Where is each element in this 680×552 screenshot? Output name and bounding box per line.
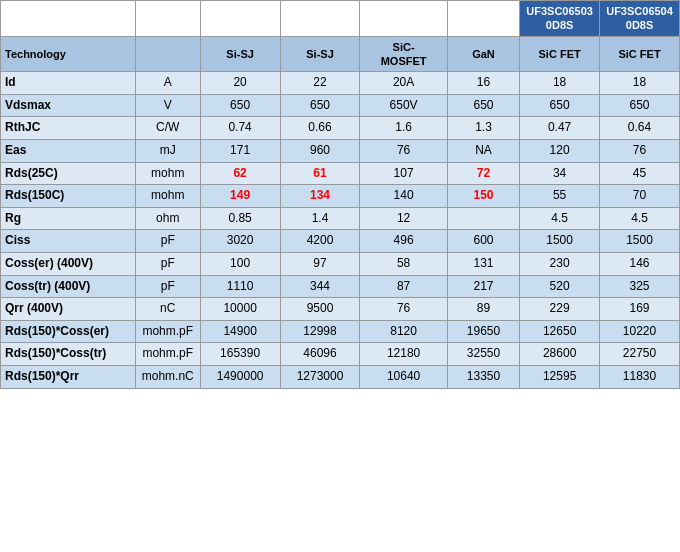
param-label: Ciss	[1, 230, 136, 253]
data-cell: 12180	[360, 343, 447, 366]
table-row: Coss(tr) (400V)pF111034487217520325	[1, 275, 680, 298]
data-cell: 1.6	[360, 117, 447, 140]
unit-label: mohm.nC	[135, 365, 200, 388]
data-cell: 32550	[447, 343, 519, 366]
param-label: Coss(tr) (400V)	[1, 275, 136, 298]
param-label: Vdsmax	[1, 94, 136, 117]
data-cell: 230	[520, 252, 600, 275]
comparison-table: UF3SC065030D8S UF3SC065040D8S Technology…	[0, 0, 680, 389]
data-cell: 45	[600, 162, 680, 185]
data-cell: 600	[447, 230, 519, 253]
data-cell: 120	[520, 139, 600, 162]
header-empty-3	[280, 1, 360, 37]
unit-label: C/W	[135, 117, 200, 140]
table-row: Rds(150C)mohm1491341401505570	[1, 185, 680, 208]
data-cell: 12650	[520, 320, 600, 343]
data-cell: 10640	[360, 365, 447, 388]
header-empty-5	[447, 1, 519, 37]
data-cell: 1490000	[200, 365, 280, 388]
data-cell: 12595	[520, 365, 600, 388]
param-label: Rds(150)*Coss(er)	[1, 320, 136, 343]
data-cell: 97	[280, 252, 360, 275]
table-row: RthJCC/W0.740.661.61.30.470.64	[1, 117, 680, 140]
table-row: IdA202220A161818	[1, 72, 680, 95]
data-cell: 140	[360, 185, 447, 208]
data-cell: 62	[200, 162, 280, 185]
data-cell: 1273000	[280, 365, 360, 388]
data-cell: 650	[600, 94, 680, 117]
data-cell: 13350	[447, 365, 519, 388]
header-empty-2	[200, 1, 280, 37]
param-label: Qrr (400V)	[1, 298, 136, 321]
data-cell: 4200	[280, 230, 360, 253]
data-cell: 4.5	[600, 207, 680, 230]
param-label: Rds(150)*Qrr	[1, 365, 136, 388]
param-label: Rds(150)*Coss(tr)	[1, 343, 136, 366]
header-sic-fet-1: SiC FET	[520, 36, 600, 72]
data-cell: 0.85	[200, 207, 280, 230]
data-cell: 8120	[360, 320, 447, 343]
data-cell: 20	[200, 72, 280, 95]
data-cell: 344	[280, 275, 360, 298]
data-cell: 520	[520, 275, 600, 298]
data-cell: 22750	[600, 343, 680, 366]
param-label: Coss(er) (400V)	[1, 252, 136, 275]
data-cell: 61	[280, 162, 360, 185]
data-cell: 169	[600, 298, 680, 321]
data-cell: 11830	[600, 365, 680, 388]
param-label: Rds(150C)	[1, 185, 136, 208]
header-sic-fet-2: SiC FET	[600, 36, 680, 72]
data-cell: 1110	[200, 275, 280, 298]
unit-label: pF	[135, 230, 200, 253]
unit-label: A	[135, 72, 200, 95]
header-empty-4	[360, 1, 447, 37]
unit-label: nC	[135, 298, 200, 321]
data-cell: 100	[200, 252, 280, 275]
unit-label: mohm	[135, 185, 200, 208]
data-cell: 34	[520, 162, 600, 185]
data-cell: 1.3	[447, 117, 519, 140]
data-cell: 134	[280, 185, 360, 208]
table-row: VdsmaxV650650650V650650650	[1, 94, 680, 117]
data-cell: 165390	[200, 343, 280, 366]
unit-label: mJ	[135, 139, 200, 162]
table-row: Qrr (400V)nC1000095007689229169	[1, 298, 680, 321]
data-cell: 650	[520, 94, 600, 117]
header-gan: GaN	[447, 36, 519, 72]
data-cell: 3020	[200, 230, 280, 253]
data-cell: 650	[280, 94, 360, 117]
data-cell: 14900	[200, 320, 280, 343]
data-cell: 46096	[280, 343, 360, 366]
data-cell: 89	[447, 298, 519, 321]
data-cell: 58	[360, 252, 447, 275]
header-uf3sc065040d8s: UF3SC065040D8S	[600, 1, 680, 37]
data-cell: 12	[360, 207, 447, 230]
data-cell: 28600	[520, 343, 600, 366]
data-cell: 55	[520, 185, 600, 208]
data-cell: 16	[447, 72, 519, 95]
data-cell: 171	[200, 139, 280, 162]
data-cell: 150	[447, 185, 519, 208]
data-cell: 20A	[360, 72, 447, 95]
header-empty-1	[135, 1, 200, 37]
unit-label: mohm.pF	[135, 343, 200, 366]
data-cell: 146	[600, 252, 680, 275]
param-label: Rg	[1, 207, 136, 230]
data-cell: 0.74	[200, 117, 280, 140]
table-row: Rds(150)*Coss(tr)mohm.pF1653904609612180…	[1, 343, 680, 366]
data-cell: 131	[447, 252, 519, 275]
unit-label: pF	[135, 275, 200, 298]
data-cell: 496	[360, 230, 447, 253]
data-cell: 0.66	[280, 117, 360, 140]
data-cell: 19650	[447, 320, 519, 343]
header-unit-col	[135, 36, 200, 72]
data-cell: 325	[600, 275, 680, 298]
unit-label: pF	[135, 252, 200, 275]
data-cell: 87	[360, 275, 447, 298]
data-cell: 1500	[600, 230, 680, 253]
table-row: CisspF3020420049660015001500	[1, 230, 680, 253]
data-cell: 18	[520, 72, 600, 95]
data-cell: 1500	[520, 230, 600, 253]
data-cell: 107	[360, 162, 447, 185]
table-row: Rds(150)*Coss(er)mohm.pF1490012998812019…	[1, 320, 680, 343]
